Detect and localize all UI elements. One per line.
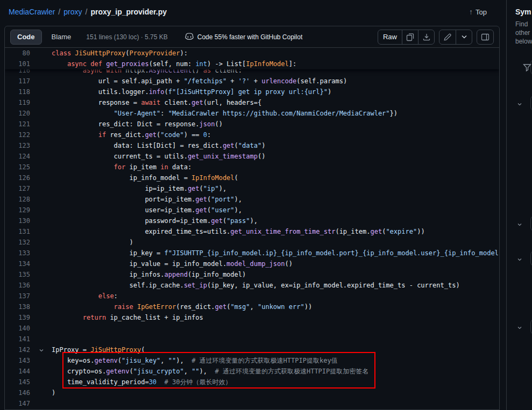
- code-line-130: 130 password=ip_item.get("pass"),: [5, 215, 499, 226]
- download-icon[interactable]: [418, 30, 434, 44]
- code-text: return ip_cache_list + ip_infos: [30, 312, 203, 323]
- chevron-down-icon: [516, 220, 523, 230]
- breadcrumb-file-name: proxy_ip_provider.py: [90, 8, 167, 16]
- line-number[interactable]: 141: [5, 334, 30, 344]
- code-line-142: 142IpProxy = JiSuHttpProxy(: [5, 344, 499, 355]
- edit-pencil-icon[interactable]: [439, 30, 456, 44]
- line-number[interactable]: 140: [5, 323, 30, 334]
- code-text: async def get_proxies(self, num: int) ->…: [30, 59, 296, 69]
- filter-icon: [523, 63, 531, 72]
- code-text: key=os.getenv("jisu_key", ""), # 通过环境变量的…: [30, 355, 338, 366]
- line-number[interactable]: 139: [5, 312, 30, 323]
- tab-code[interactable]: Code: [10, 30, 42, 45]
- raw-copy-download-group: Raw: [378, 30, 435, 45]
- line-number[interactable]: 129: [5, 205, 30, 215]
- line-number[interactable]: 138: [5, 301, 30, 312]
- copilot-banner[interactable]: Code 55% faster with GitHub Copilot: [185, 32, 302, 42]
- line-number[interactable]: 145: [5, 377, 30, 387]
- code-text: utils.logger.info(f"[JiSuHttpProxy] get …: [30, 87, 331, 97]
- line-number[interactable]: 136: [5, 280, 30, 291]
- symbols-filter-button[interactable]: [516, 59, 532, 76]
- edit-dropdown-caret-icon[interactable]: [456, 30, 472, 44]
- code-line-122: 122 if res_dict.get("code") == 0:: [5, 130, 499, 140]
- file-info: 151 lines (130 loc) · 5.75 KB: [86, 33, 167, 41]
- line-number[interactable]: 118: [5, 87, 30, 97]
- code-line-136: 136 self.ip_cache.set_ip(ip_key, ip_valu…: [5, 280, 499, 291]
- line-number[interactable]: 121: [5, 119, 30, 130]
- line-number[interactable]: 134: [5, 258, 30, 269]
- line-number[interactable]: 126: [5, 172, 30, 183]
- code-line-119: 119 response = await client.get(url, hea…: [5, 97, 499, 108]
- breadcrumb-folder-link[interactable]: proxy: [63, 8, 82, 16]
- code-text: class JiSuHttpProxy(ProxyProvider):: [30, 48, 188, 59]
- symbol-tree-row[interactable]: [516, 319, 532, 335]
- copilot-banner-text: Code 55% faster with GitHub Copilot: [197, 33, 302, 41]
- code-line-127: 127 ip=ip_item.get("ip"),: [5, 183, 499, 194]
- tab-blame[interactable]: Blame: [45, 30, 78, 45]
- symbols-panel-icon[interactable]: [477, 30, 493, 44]
- line-number[interactable]: 119: [5, 97, 30, 108]
- code-text: time_validity_period=30 # 30分钟（最长时效）: [30, 377, 231, 387]
- line-number[interactable]: 124: [5, 151, 30, 162]
- symbols-sidebar: Sym Find other below: [506, 0, 532, 410]
- symbol-tree-row[interactable]: [516, 250, 532, 267]
- copilot-icon: [185, 32, 194, 42]
- raw-button[interactable]: Raw: [378, 30, 402, 44]
- symbol-tree-row[interactable]: [516, 95, 532, 111]
- line-number[interactable]: 146: [5, 387, 30, 398]
- line-number[interactable]: 127: [5, 183, 30, 194]
- line-number[interactable]: 125: [5, 162, 30, 172]
- code-text: data: List[Dict] = res_dict.get("data"): [30, 140, 265, 151]
- line-number[interactable]: 133: [5, 248, 30, 258]
- code-text: url = self.api_path + "/fetchips" + '?' …: [30, 76, 347, 87]
- line-number[interactable]: 137: [5, 291, 30, 301]
- symbols-toggle-group: [477, 30, 494, 45]
- code-line-139: 139 return ip_cache_list + ip_infos: [5, 312, 499, 323]
- sticky-context-lines: 80class JiSuHttpProxy(ProxyProvider):101…: [5, 48, 499, 69]
- code-text: [30, 398, 52, 409]
- scroll-to-top-button[interactable]: ↑ Top: [469, 8, 487, 16]
- code-text: user=ip_item.get("user"),: [30, 205, 242, 215]
- code-text: crypto=os.getenv("jisu_crypto", ""), # 通…: [30, 366, 368, 377]
- line-number[interactable]: 120: [5, 108, 30, 119]
- line-number[interactable]: 132: [5, 237, 30, 248]
- code-text: ip_key = f"JISUHTTP_{ip_info_model.ip}_{…: [30, 248, 499, 258]
- symbols-panel-title: Sym: [507, 0, 532, 16]
- code-text: "User-Agent": "MediaCrawler https://gith…: [30, 108, 398, 119]
- line-number[interactable]: 147: [5, 398, 30, 409]
- line-number[interactable]: 130: [5, 215, 30, 226]
- breadcrumb-repo-link[interactable]: MediaCrawler: [9, 8, 55, 16]
- line-number[interactable]: 143: [5, 355, 30, 366]
- code-text: current_ts = utils.get_unix_timestamp(): [30, 151, 265, 162]
- code-text: ): [30, 387, 55, 398]
- code-text: ip=ip_item.get("ip"),: [30, 183, 226, 194]
- code-line-121: 121 res_dict: Dict = response.json(): [5, 119, 499, 130]
- code-line-126: 126 ip_info_model = IpInfoModel(: [5, 172, 499, 183]
- line-number[interactable]: 117: [5, 76, 30, 87]
- chevron-down-icon: [516, 323, 523, 333]
- symbols-desc-line: below: [515, 37, 532, 46]
- scroll-to-top-label: Top: [476, 8, 487, 16]
- line-number[interactable]: 131: [5, 226, 30, 237]
- symbols-panel-description: Find other below: [507, 16, 532, 46]
- code-text: expired_time_ts=utils.get_unix_time_from…: [30, 226, 425, 237]
- line-number[interactable]: 135: [5, 269, 30, 280]
- code-line-145: 145 time_validity_period=30 # 30分钟（最长时效）: [5, 377, 499, 387]
- code-text: response = await client.get(url, headers…: [30, 97, 261, 108]
- line-number[interactable]: 144: [5, 366, 30, 377]
- line-number[interactable]: 142: [5, 344, 30, 355]
- copy-icon[interactable]: [402, 30, 418, 44]
- symbol-tree-row[interactable]: [516, 215, 532, 232]
- code-line-141: 141: [5, 334, 499, 344]
- breadcrumb: MediaCrawler / proxy / proxy_ip_provider…: [0, 0, 506, 24]
- code-text: res_dict: Dict = response.json(): [30, 119, 223, 130]
- code-text: for ip_item in data:: [30, 162, 191, 172]
- line-number[interactable]: 80: [5, 48, 30, 59]
- line-number[interactable]: 101: [5, 59, 30, 69]
- code-line-120: 120 "User-Agent": "MediaCrawler https://…: [5, 108, 499, 119]
- code-line-137: 137 else:: [5, 291, 499, 301]
- line-number[interactable]: 122: [5, 130, 30, 140]
- line-number[interactable]: 123: [5, 140, 30, 151]
- line-number[interactable]: 128: [5, 194, 30, 205]
- code-line-101: 101 async def get_proxies(self, num: int…: [5, 59, 499, 69]
